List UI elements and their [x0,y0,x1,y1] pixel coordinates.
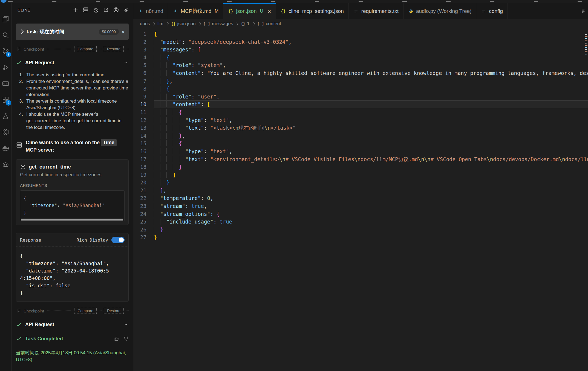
activity-hexagon[interactable] [0,127,11,137]
tab-cline_mcp_settings.json[interactable]: {}cline_mcp_settings.json [276,3,349,19]
activity-docker[interactable] [0,143,11,153]
task-header[interactable]: Task: 现在的时间 $0.0000 × [16,24,129,40]
tab-json.json[interactable]: {}json.jsonU× [223,3,276,19]
rich-display-toggle[interactable] [111,237,125,243]
code-line: 6 "content": "You are Cline, a highly sk… [133,69,588,77]
checkpoint-label: Checkpoint [24,309,44,313]
code-line: 22 "temperature": 0, [133,194,588,202]
line-number: 11 [133,108,146,116]
minimap[interactable] [584,32,588,114]
close-icon[interactable]: × [268,8,271,14]
code-line: 9 "role": "user", [133,93,588,101]
line-number: 17 [133,155,146,163]
breadcrumb-item-1[interactable]: {}1 [241,21,249,27]
code-line: 25 "include_usage": true [133,218,588,226]
tab-MCP协议.md[interactable]: MCP协议.mdM [168,3,223,19]
server-icon[interactable] [83,7,89,13]
line-number: 21 [133,187,146,195]
tab-label: MCP协议.md [181,8,211,15]
breadcrumb-item-llm[interactable]: llm [157,21,163,27]
activity-debug[interactable] [0,62,11,73]
export-icon[interactable] [103,7,109,13]
code-line: 7 }, [133,77,588,85]
tab-config[interactable]: config [476,3,508,19]
code-line: 19 ] [133,171,588,179]
line-number: 23 [133,202,146,210]
window-top-strip [0,0,588,3]
code-editor[interactable]: 1{2 "model": "deepseek/deepseek-chat-v3-… [133,28,588,241]
api-request-label: API Request [25,322,54,327]
close-icon[interactable]: × [122,29,125,35]
breadcrumb-item-content[interactable]: [ ]content [257,21,281,27]
code-line: { [24,195,121,202]
chevron-down-icon[interactable] [123,60,129,65]
api-request-header-1[interactable]: API Request [16,60,129,66]
restore-button[interactable]: Restore [104,308,124,314]
tab-n8n.md[interactable]: n8n.md [133,3,168,19]
breadcrumb-separator [252,22,255,25]
tab-label: requirements.txt [361,8,399,14]
reasoning-list: 1.The user is asking for the current tim… [19,72,129,131]
activity-search[interactable] [0,30,11,40]
reasoning-item: 2.From the environment_details, I can se… [19,78,129,98]
tab-requirements.txt[interactable]: requirements.txt [349,3,403,19]
reasoning-item: 4.I should use the MCP time server's get… [19,111,129,131]
markdown-file-icon [138,9,143,14]
code-line: 10 "content": [ [133,100,588,108]
activity-badge: 7 [6,52,11,57]
mcp-server-icon [16,142,22,148]
code-line: 13 "text": "<task>\n现在的时间\n</task>" [133,124,588,132]
tab-label: json.json [236,8,256,14]
gear-icon[interactable] [123,7,129,13]
git-status-letter: M [215,8,218,14]
history-icon[interactable] [93,7,99,13]
final-result-message: 当前时间是 2025年4月18日 00:54:15 (Asia/Shanghai… [16,349,129,363]
activity-extensions[interactable]: 3 [0,94,11,105]
braces-icon: {} [241,22,245,26]
arguments-code-block[interactable]: { "timezone": "Asia/Shanghai"} [20,190,125,221]
line-number: 16 [133,147,146,155]
plus-icon[interactable] [73,7,79,13]
account-icon[interactable] [113,7,119,13]
line-number: 26 [133,226,146,234]
tool-ask-row: Cline wants to use a tool on theTime MCP… [16,139,129,154]
chevron-right-icon[interactable] [19,30,24,34]
brackets-icon: [ ] [257,22,264,26]
code-line: 27} [133,233,588,241]
code-line: 5 "role": "system", [133,61,588,69]
line-number: 1 [133,30,146,38]
restore-button[interactable]: Restore [104,46,124,52]
activity-robot[interactable] [0,159,11,169]
line-number: 6 [133,69,146,77]
bookmark-icon [16,46,21,52]
thumbs-down-icon[interactable] [123,336,129,341]
compare-button[interactable]: Compare [74,46,97,52]
task-cost-badge: $0.0000 [99,29,119,35]
line-number: 5 [133,61,146,69]
code-line: 26 } [133,226,588,234]
activity-remote[interactable] [0,78,11,89]
arguments-label: ARGUMENTS [20,183,125,188]
tool-title-row: get_current_time [20,164,125,170]
thumbs-up-icon[interactable] [114,336,119,341]
chevron-down-icon[interactable] [123,322,129,327]
activity-files[interactable] [0,14,11,24]
breadcrumb-item-json.json[interactable]: {}json.json [171,21,196,27]
line-number: 12 [133,116,146,124]
horizontal-scrollbar[interactable] [21,219,123,221]
tool-name: get_current_time [29,164,71,170]
tabbar-end-icons[interactable] [579,3,588,19]
compare-button[interactable]: Compare [74,308,97,314]
code-line: 18 } [133,163,588,171]
breadcrumb-item-docs[interactable]: docs [140,21,150,27]
activity-source-control[interactable]: 7 [0,46,11,56]
reasoning-item: 1.The user is asking for the current tim… [19,72,129,78]
api-request-header-2[interactable]: API Request [16,321,129,327]
tab-audio.py (Working Tree)[interactable]: audio.py (Working Tree) [403,3,476,19]
editor-tab-bar: n8n.mdMCP协议.mdM{}json.jsonU×{}cline_mcp_… [133,3,588,19]
line-number: 4 [133,54,146,62]
breadcrumb-item-messages[interactable]: [ ]messages [203,21,233,27]
code-line: 2 "model": "deepseek/deepseek-chat-v3-03… [133,38,588,46]
activity-beaker[interactable] [0,111,11,121]
json-file-icon: {} [228,9,233,14]
